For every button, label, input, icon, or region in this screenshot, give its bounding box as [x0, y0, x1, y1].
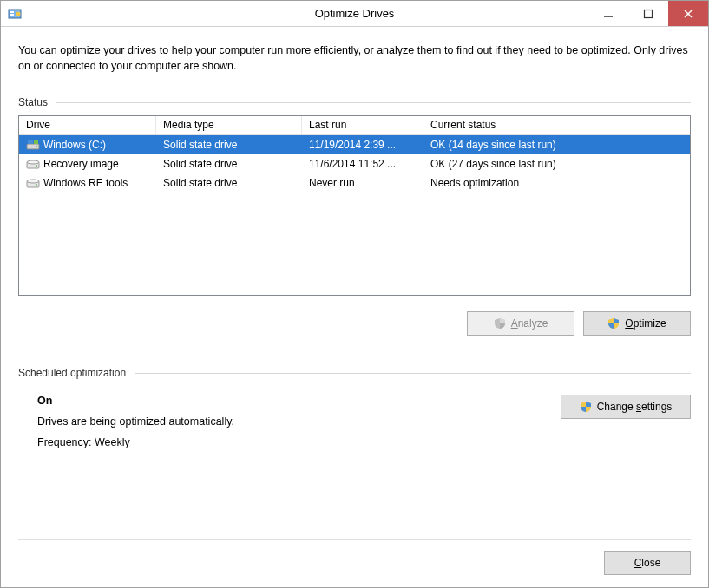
cell-media: Solid state drive	[156, 175, 302, 191]
scheduled-optimization-section: Scheduled optimization On Drives are bei…	[18, 367, 691, 457]
intro-text: You can optimize your drives to help you…	[18, 42, 691, 74]
close-button[interactable]: Close	[604, 551, 691, 575]
svg-point-11	[36, 146, 37, 147]
titlebar-buttons	[588, 1, 708, 26]
svg-point-16	[27, 180, 39, 183]
svg-point-14	[36, 165, 37, 167]
sched-text: On Drives are being optimized automatica…	[37, 395, 234, 457]
sched-section-label: Scheduled optimization	[18, 367, 691, 379]
listview-header: Drive Media type Last run Current status	[19, 116, 690, 135]
app-icon	[8, 7, 22, 21]
cell-last-run: 11/19/2014 2:39 ...	[302, 137, 423, 153]
column-last-run[interactable]: Last run	[302, 116, 423, 134]
svg-rect-5	[645, 10, 653, 17]
divider	[135, 373, 691, 374]
cell-media: Solid state drive	[156, 156, 302, 172]
optimize-drives-window: Optimize Drives You can optimize your dr…	[0, 0, 709, 588]
optimize-label: Optimize	[625, 317, 666, 330]
listview-rows: Windows (C:)Solid state drive11/19/2014 …	[19, 135, 690, 193]
sched-desc: Drives are being optimized automatically…	[37, 415, 234, 428]
change-settings-label: Change settings	[597, 401, 673, 413]
shield-icon	[494, 317, 506, 330]
svg-point-3	[16, 11, 21, 16]
table-row[interactable]: Windows RE toolsSolid state driveNever r…	[19, 173, 690, 193]
cell-status: Needs optimization	[423, 175, 666, 191]
table-row[interactable]: Recovery imageSolid state drive11/6/2014…	[19, 154, 690, 173]
svg-rect-10	[34, 140, 38, 144]
cell-drive: Windows (C:)	[19, 137, 156, 153]
maximize-button[interactable]	[628, 1, 668, 26]
divider	[56, 102, 691, 103]
column-media[interactable]: Media type	[156, 116, 302, 134]
analyze-optimize-row: Analyze Optimize	[18, 311, 691, 336]
svg-rect-1	[10, 11, 14, 13]
drive-icon	[26, 158, 40, 170]
drives-listview[interactable]: Drive Media type Last run Current status…	[18, 115, 691, 296]
drive-icon	[26, 139, 40, 151]
optimize-button[interactable]: Optimize	[583, 311, 691, 336]
shield-icon	[607, 317, 620, 330]
close-label: Close	[634, 557, 661, 569]
sched-state: On	[37, 395, 234, 407]
analyze-button[interactable]: Analyze	[467, 311, 574, 336]
close-window-button[interactable]	[668, 1, 708, 26]
status-label-text: Status	[18, 96, 48, 108]
minimize-button[interactable]	[588, 1, 628, 26]
sched-freq: Frequency: Weekly	[37, 436, 234, 448]
footer: Close	[18, 539, 691, 575]
cell-drive: Recovery image	[19, 156, 156, 172]
cell-last-run: 11/6/2014 11:52 ...	[302, 156, 423, 172]
sched-label-text: Scheduled optimization	[18, 367, 126, 379]
column-drive[interactable]: Drive	[19, 116, 156, 134]
svg-point-17	[36, 184, 37, 186]
drive-icon	[26, 177, 40, 189]
svg-rect-9	[28, 140, 33, 144]
cell-last-run: Never run	[302, 175, 423, 191]
svg-point-13	[27, 160, 39, 164]
shield-icon	[580, 401, 592, 413]
svg-rect-2	[10, 14, 14, 16]
cell-media: Solid state drive	[156, 137, 302, 153]
status-section-label: Status	[18, 96, 691, 108]
titlebar: Optimize Drives	[1, 1, 708, 27]
cell-status: OK (14 days since last run)	[423, 137, 666, 153]
column-status[interactable]: Current status	[423, 116, 666, 134]
cell-drive: Windows RE tools	[19, 175, 156, 191]
sched-body: On Drives are being optimized automatica…	[18, 386, 691, 457]
change-settings-button[interactable]: Change settings	[561, 395, 691, 419]
analyze-label: Analyze	[511, 317, 548, 330]
table-row[interactable]: Windows (C:)Solid state drive11/19/2014 …	[19, 135, 690, 154]
cell-status: OK (27 days since last run)	[423, 156, 666, 172]
content-area: You can optimize your drives to help you…	[1, 27, 708, 587]
